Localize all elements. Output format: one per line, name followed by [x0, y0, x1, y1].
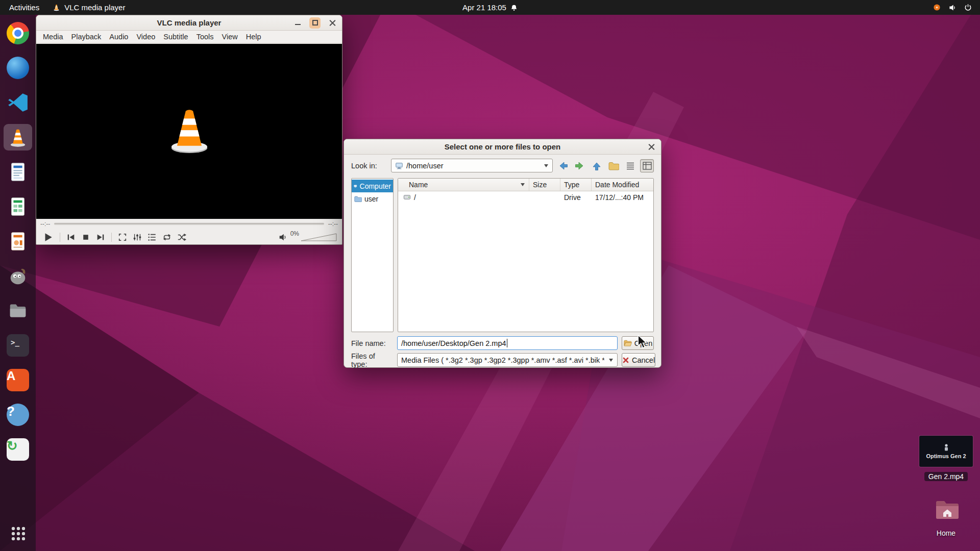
- cancel-button[interactable]: Cancel: [622, 353, 655, 367]
- computer-icon: [395, 162, 403, 170]
- playlist-icon: [148, 233, 157, 242]
- menu-subtitle[interactable]: Subtitle: [159, 33, 192, 41]
- focused-app-name: VLC media player: [64, 3, 125, 12]
- vlc-window: VLC media player Media Playback Audio Vi…: [36, 15, 342, 245]
- dialog-titlebar[interactable]: Select one or more files to open: [344, 139, 661, 155]
- system-status-menu[interactable]: [933, 0, 980, 15]
- desktop-file-gen2-thumbnail[interactable]: Optimus Gen 2: [919, 436, 973, 467]
- chevron-down-icon: [544, 164, 548, 167]
- dock-item-chrome[interactable]: [4, 20, 32, 46]
- menu-media[interactable]: Media: [39, 33, 67, 41]
- dock-item-gimp[interactable]: [4, 263, 32, 289]
- new-folder-icon: [608, 160, 619, 171]
- home-folder-icon[interactable]: [935, 499, 960, 522]
- minimize-button[interactable]: [292, 17, 303, 29]
- file-list-header: Name Size Type Date Modified: [398, 179, 653, 191]
- vlc-menubar: Media Playback Audio Video Subtitle Tool…: [36, 31, 342, 43]
- previous-button[interactable]: [64, 231, 78, 244]
- volume-slider[interactable]: [300, 232, 338, 242]
- shuffle-button[interactable]: [175, 231, 188, 244]
- parent-directory-button[interactable]: [590, 159, 603, 172]
- up-arrow-icon: [591, 160, 602, 171]
- gimp-icon: [7, 265, 29, 287]
- ubuntu-software-icon: A: [7, 369, 29, 391]
- menu-view[interactable]: View: [218, 33, 242, 41]
- menu-video[interactable]: Video: [132, 33, 159, 41]
- sidebar-item-user[interactable]: user: [352, 192, 393, 205]
- dock-item-libreoffice-writer[interactable]: [4, 159, 32, 185]
- file-name-input[interactable]: /home/user/Desktop/Gen 2.mp4: [397, 336, 618, 350]
- file-name-value: /home/user/Desktop/Gen 2.mp4: [401, 339, 506, 347]
- minimize-icon: [295, 24, 301, 25]
- desktop-file-gen2-label[interactable]: Gen 2.mp4: [915, 472, 977, 481]
- loop-button[interactable]: [160, 231, 174, 244]
- dock-item-files[interactable]: [4, 297, 32, 324]
- dock-item-vscode[interactable]: [4, 89, 32, 116]
- column-header-date-modified[interactable]: Date Modified: [592, 179, 653, 191]
- dock-item-libreoffice-calc[interactable]: [4, 193, 32, 220]
- files-of-type-combobox[interactable]: Media Files ( *.3g2 *.3gp *.3gp2 *.3gpp …: [397, 353, 618, 367]
- drive-icon: [403, 193, 411, 201]
- dock-item-vlc[interactable]: [4, 124, 32, 151]
- detail-view-icon: [642, 160, 653, 171]
- mute-button[interactable]: [276, 231, 289, 244]
- file-open-dialog: Select one or more files to open Look in…: [344, 139, 662, 368]
- list-view-icon: [625, 160, 636, 171]
- folder-house-icon: [935, 499, 960, 520]
- dock-item-help[interactable]: ?: [4, 402, 32, 428]
- dock-item-thunderbird[interactable]: [4, 55, 32, 81]
- places-sidebar: Computer user: [351, 178, 394, 332]
- menu-playback[interactable]: Playback: [67, 33, 106, 41]
- column-header-type[interactable]: Type: [560, 179, 592, 191]
- list-view-button[interactable]: [623, 159, 637, 172]
- files-of-type-value: Media Files ( *.3g2 *.3gp *.3gp2 *.3gpp …: [401, 356, 604, 364]
- new-folder-button[interactable]: [606, 159, 620, 172]
- vlc-icon: [7, 127, 29, 148]
- look-in-value: /home/user: [406, 162, 444, 170]
- column-header-name[interactable]: Name: [398, 179, 529, 191]
- maximize-button[interactable]: [309, 17, 321, 29]
- fullscreen-button[interactable]: [116, 231, 129, 244]
- menu-audio[interactable]: Audio: [105, 33, 132, 41]
- next-button[interactable]: [94, 231, 107, 244]
- speaker-icon: [278, 233, 287, 242]
- thunderbird-icon: [7, 57, 29, 79]
- chrome-icon: [7, 22, 29, 44]
- clock-menu-button[interactable]: Apr 21 18:05: [462, 0, 518, 15]
- look-in-combobox[interactable]: /home/user: [391, 159, 553, 172]
- stop-button[interactable]: [79, 231, 92, 244]
- dock-item-utility[interactable]: ↻: [4, 436, 32, 463]
- home-folder-label[interactable]: Home: [915, 529, 977, 538]
- sidebar-item-computer[interactable]: Computer: [352, 180, 393, 192]
- vlc-titlebar[interactable]: VLC media player: [36, 15, 342, 31]
- vlc-window-title: VLC media player: [157, 18, 222, 27]
- terminal-prompt-glyph: >_: [11, 338, 19, 346]
- look-in-row: Look in: /home/user: [351, 159, 654, 172]
- vscode-icon: [7, 92, 29, 113]
- menu-tools[interactable]: Tools: [192, 33, 218, 41]
- play-button[interactable]: [40, 231, 56, 244]
- detail-view-button[interactable]: [640, 159, 654, 172]
- seek-slider[interactable]: [54, 223, 324, 225]
- file-row-root-drive[interactable]: / Drive 17/12/...:40 PM: [398, 191, 653, 203]
- pointer-arrow-icon: [637, 335, 649, 349]
- dialog-close-button[interactable]: [646, 141, 657, 153]
- dock-item-ubuntu-software[interactable]: A: [4, 367, 32, 393]
- recycle-utility-icon: ↻: [7, 438, 29, 461]
- dock-item-libreoffice-impress[interactable]: [4, 228, 32, 255]
- dock-item-terminal[interactable]: >_: [4, 332, 32, 359]
- text-caret: [507, 339, 508, 347]
- activities-button[interactable]: Activities: [9, 3, 39, 12]
- column-header-size[interactable]: Size: [529, 179, 560, 191]
- extended-settings-button[interactable]: [131, 231, 144, 244]
- libreoffice-impress-icon: [7, 231, 29, 252]
- show-applications-button[interactable]: [4, 519, 32, 546]
- menu-help[interactable]: Help: [242, 33, 265, 41]
- close-button[interactable]: [327, 17, 338, 29]
- back-button[interactable]: [556, 159, 570, 172]
- files-of-type-row: Files of type: Media Files ( *.3g2 *.3gp…: [351, 353, 654, 367]
- focused-app-menu[interactable]: VLC media player: [53, 3, 125, 12]
- playlist-button[interactable]: [145, 231, 159, 244]
- forward-button[interactable]: [573, 159, 586, 172]
- fullscreen-icon: [118, 233, 127, 242]
